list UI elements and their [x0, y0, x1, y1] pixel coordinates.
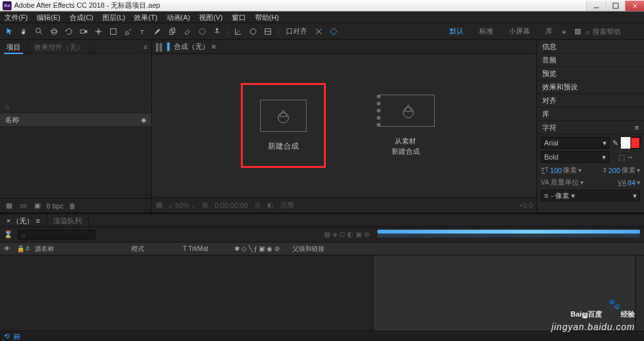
current-time[interactable]: 0:00:00:00 — [214, 201, 248, 209]
font-weight-select[interactable]: Bold▾ — [541, 151, 609, 163]
clone-tool-icon[interactable] — [166, 24, 180, 39]
new-folder-icon[interactable]: ▭ — [18, 201, 28, 211]
kerning-field[interactable]: VA 质量单位 ▾ — [541, 178, 583, 187]
timeline-search[interactable]: ⌕ — [18, 230, 95, 240]
tab-project[interactable]: 项目 — [0, 40, 28, 54]
col-lock-icon[interactable]: 🔒 — [13, 245, 22, 252]
col-trkmat[interactable]: T TrkMat — [179, 245, 231, 252]
delete-icon[interactable]: 🗑 — [68, 201, 78, 211]
roto-tool-icon[interactable] — [195, 24, 209, 39]
minimize-button[interactable] — [586, 1, 605, 11]
tracking-field[interactable]: V̲A̲ 84 ▾ — [618, 179, 640, 187]
snap-grid-icon[interactable] — [327, 24, 341, 39]
type-tool-icon[interactable]: T — [136, 24, 150, 39]
anchor-tool-icon[interactable] — [91, 24, 106, 39]
switch-icon[interactable]: ▦ ◈ ⊡ ◐ ▣ ⊕ — [324, 230, 370, 239]
maximize-button[interactable] — [605, 1, 625, 11]
rotate-tool-icon[interactable] — [62, 24, 76, 39]
snapshot-icon[interactable]: ◎ — [254, 201, 261, 209]
timecode-field-icon[interactable]: ⌛ — [4, 230, 13, 239]
col-switches-icon[interactable]: ✱ ◇ ╲ ⨍ ▣ ◉ ⊘ — [231, 245, 289, 252]
swap-colors-icon[interactable]: ⬚ ↔ — [612, 153, 640, 161]
tab-composition[interactable]: ▌ 合成（无） ≡ — [167, 42, 216, 51]
brush-tool-icon[interactable] — [151, 24, 165, 39]
color-depth[interactable]: 8 bpc — [46, 202, 64, 210]
layers-list[interactable] — [0, 255, 374, 331]
panel-info[interactable]: 信息 — [537, 40, 644, 53]
new-comp-from-footage-button[interactable]: 从素材新建合成 — [370, 90, 441, 161]
resolution-icon[interactable]: ⊞ — [202, 201, 208, 209]
menu-layer[interactable]: 图层(L) — [98, 12, 129, 23]
panel-menu-icon[interactable]: ≡ — [635, 124, 639, 131]
fill-stroke-swatch[interactable] — [621, 137, 640, 149]
view-axis-icon[interactable] — [261, 24, 275, 39]
panel-effects-presets[interactable]: 效果和预设 — [537, 80, 644, 94]
close-button[interactable] — [625, 1, 644, 11]
workspace-standard[interactable]: 标准 — [474, 26, 498, 36]
panel-align[interactable]: 对齐 — [537, 94, 644, 107]
camera-tool-icon[interactable] — [77, 24, 91, 39]
quality-dropdown[interactable]: 完整 — [280, 200, 294, 210]
orbit-tool-icon[interactable] — [47, 24, 61, 39]
zoom-tool-icon[interactable] — [32, 24, 46, 39]
new-comp-icon[interactable]: ▣ — [32, 201, 43, 211]
tracks-area[interactable] — [374, 255, 644, 331]
snap-toggle[interactable]: 口对齐 — [282, 26, 311, 36]
snap-options-icon[interactable] — [312, 24, 326, 39]
panel-grip-icon[interactable]: ▌▌ — [156, 43, 164, 51]
new-composition-button[interactable]: 新建合成 — [248, 90, 319, 161]
col-mode[interactable]: 模式 — [128, 244, 179, 253]
menu-file[interactable]: 文件(F) — [0, 12, 32, 23]
workspace-default[interactable]: 默认 — [444, 26, 469, 36]
col-source[interactable]: 源名称 — [31, 244, 128, 253]
workspace-lib[interactable]: 库 — [540, 26, 558, 36]
local-axis-icon[interactable] — [231, 24, 245, 39]
toggle-alpha-icon[interactable]: ▦ — [156, 201, 162, 209]
help-search-input[interactable] — [592, 28, 638, 35]
panel-library[interactable]: 库 — [537, 107, 644, 121]
zoom-dropdown[interactable]: ⌕ 50% ▾ — [169, 201, 196, 209]
selection-tool-icon[interactable] — [3, 24, 17, 39]
panel-menu-icon[interactable]: ≡ — [140, 43, 151, 51]
menu-view[interactable]: 视图(V) — [194, 12, 227, 23]
col-parent[interactable]: 父级和链接 — [289, 244, 346, 253]
col-label-icon[interactable]: ◈ — [141, 116, 146, 124]
world-axis-icon[interactable] — [246, 24, 260, 39]
menu-window[interactable]: 窗口 — [227, 12, 251, 23]
workspace-overflow-icon[interactable]: » — [558, 28, 570, 35]
paragraph-options[interactable]: ≡- 像素 ▾▾ — [541, 190, 640, 201]
workspace-small[interactable]: 小屏幕 — [504, 26, 535, 36]
channel-icon[interactable]: ◐ — [267, 201, 274, 209]
menu-help[interactable]: 帮助(H) — [251, 12, 283, 23]
workspace-menu-icon[interactable]: ▥ — [571, 24, 585, 39]
panel-preview[interactable]: 预览 — [537, 67, 644, 80]
panel-audio[interactable]: 音频 — [537, 53, 644, 67]
menu-effect[interactable]: 效果(T) — [129, 12, 162, 23]
pen-tool-icon[interactable] — [121, 24, 135, 39]
font-family-select[interactable]: Arial▾ — [541, 137, 610, 149]
col-eye-icon[interactable]: 👁 — [0, 245, 13, 252]
interpret-footage-icon[interactable]: ▦ — [4, 201, 14, 211]
menu-edit[interactable]: 编辑(E) — [32, 12, 65, 23]
project-search[interactable]: ⌕ — [0, 99, 151, 113]
font-size-field[interactable]: T̲T 100 像素 ▾ — [541, 165, 582, 175]
project-body[interactable] — [0, 126, 151, 198]
menu-anim[interactable]: 动画(A) — [162, 12, 195, 23]
timeline-tab-render-queue[interactable]: 渲染队列 — [47, 214, 89, 227]
menu-comp[interactable]: 合成(C) — [65, 12, 98, 23]
eraser-tool-icon[interactable] — [180, 24, 194, 39]
time-ruler[interactable] — [374, 227, 644, 242]
toggle-modes-icon[interactable]: ▤ — [14, 332, 20, 340]
eyedropper-icon[interactable]: ✎ — [612, 139, 618, 147]
panel-character[interactable]: 字符≡ — [537, 121, 644, 134]
vertical-scrollbar[interactable] — [635, 255, 644, 331]
leading-field[interactable]: ⇕ 200 像素 ▾ — [602, 165, 640, 175]
toggle-switches-icon[interactable]: ⟲ — [4, 332, 10, 340]
hand-tool-icon[interactable] — [17, 24, 32, 39]
timeline-tab-none[interactable]: × （无） ≡ — [0, 214, 47, 227]
puppet-tool-icon[interactable] — [210, 24, 224, 39]
reset-exposure-icon[interactable]: +0.0 — [518, 201, 533, 209]
col-name[interactable]: 名称 — [5, 115, 19, 125]
tab-effect-controls[interactable]: 效果控件（无） — [28, 40, 91, 54]
shape-tool-icon[interactable] — [106, 24, 120, 39]
